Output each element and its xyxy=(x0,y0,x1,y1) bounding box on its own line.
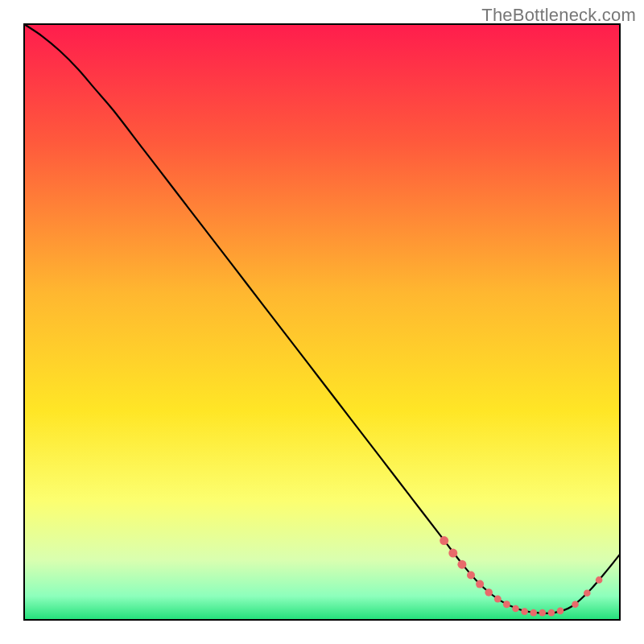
marker-dot xyxy=(548,609,555,617)
bottleneck-chart xyxy=(0,0,644,644)
marker-dot xyxy=(494,596,502,603)
marker-dot xyxy=(596,576,603,584)
marker-dot xyxy=(539,609,547,617)
marker-dot xyxy=(476,580,484,588)
marker-dot xyxy=(457,560,466,569)
marker-dot xyxy=(503,601,510,608)
marker-dot xyxy=(448,549,457,558)
marker-dot xyxy=(584,589,591,597)
watermark-text: TheBottleneck.com xyxy=(481,5,636,26)
marker-dot xyxy=(512,605,519,613)
marker-dot xyxy=(557,608,564,615)
marker-dot xyxy=(530,609,537,617)
marker-dot xyxy=(467,572,475,580)
plot-background xyxy=(24,24,620,620)
marker-dot xyxy=(521,608,528,615)
marker-dot xyxy=(572,601,579,608)
marker-dot xyxy=(485,588,493,597)
marker-dot xyxy=(440,536,448,545)
